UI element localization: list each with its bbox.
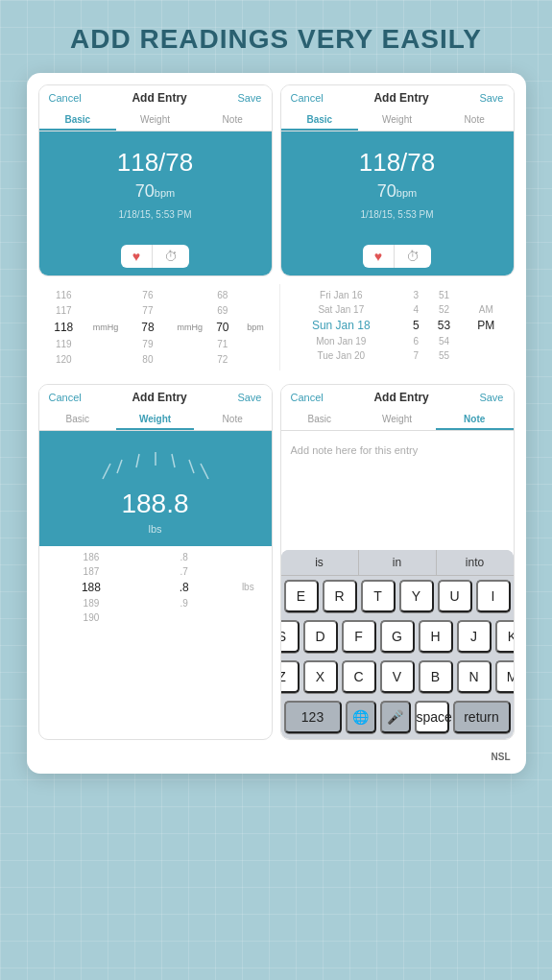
panel4-tabs: Basic Weight Note xyxy=(281,410,514,431)
panel3-save[interactable]: Save xyxy=(237,392,261,403)
key-123[interactable]: 123 xyxy=(284,701,342,733)
key-i[interactable]: I xyxy=(476,580,511,612)
heart-icon2: ♥ xyxy=(374,249,382,264)
tab3-note[interactable]: Note xyxy=(194,410,272,430)
tab2-basic[interactable]: Basic xyxy=(281,110,359,131)
tab2-note[interactable]: Note xyxy=(436,110,514,131)
tab4-weight[interactable]: Weight xyxy=(358,410,436,430)
panel1-toggle: ♥ ⏱ xyxy=(39,237,272,275)
panel-basic-heart: Cancel Add Entry Save Basic Weight Note … xyxy=(38,84,273,276)
clock-toggle-btn[interactable]: ⏱ xyxy=(153,245,189,268)
panel2-cancel[interactable]: Cancel xyxy=(291,92,324,104)
panel-weight: Cancel Add Entry Save Basic Weight Note xyxy=(38,384,273,740)
key-u[interactable]: U xyxy=(438,580,472,612)
weight-picker-table: 186.8187.7188.8lbs189.9190 xyxy=(39,550,272,625)
clock-toggle-btn2[interactable]: ⏱ xyxy=(395,245,431,268)
panel1-nav: Cancel Add Entry Save xyxy=(39,85,272,110)
svg-line-1 xyxy=(117,460,122,473)
heart-toggle-btn[interactable]: ♥ xyxy=(121,245,153,268)
heart-toggle-btn2[interactable]: ♥ xyxy=(363,245,395,268)
note-body[interactable]: Add note here for this entry xyxy=(281,431,514,546)
tab1-weight[interactable]: Weight xyxy=(116,110,194,131)
mic-key[interactable]: 🎤 xyxy=(380,701,411,733)
panel1-save[interactable]: Save xyxy=(237,92,261,104)
picker-row: 11676681177769118mmHg78mmHg70bpm11979711… xyxy=(38,284,515,370)
key-g[interactable]: G xyxy=(380,620,415,653)
clock-icon: ⏱ xyxy=(164,249,178,264)
panel4-nav: Cancel Add Entry Save xyxy=(281,385,514,410)
date-picker[interactable]: Fri Jan 16351Sat Jan 17452AMSun Jan 1855… xyxy=(279,284,515,370)
key-j[interactable]: J xyxy=(457,620,492,653)
suggestion-is[interactable]: is xyxy=(281,550,359,575)
key-d[interactable]: D xyxy=(303,620,338,653)
clock-icon2: ⏱ xyxy=(406,249,420,264)
key-r[interactable]: R xyxy=(323,580,357,612)
tab3-weight[interactable]: Weight xyxy=(116,410,194,430)
key-m[interactable]: M xyxy=(495,660,514,693)
suggestion-into[interactable]: into xyxy=(437,550,514,575)
panel-note: Cancel Add Entry Save Basic Weight Note … xyxy=(280,384,515,740)
panel2-title: Add Entry xyxy=(373,91,428,105)
svg-line-5 xyxy=(189,460,194,473)
note-placeholder: Add note here for this entry xyxy=(291,444,419,456)
panel2-toggle: ♥ ⏱ xyxy=(281,237,514,275)
panel2-nav: Cancel Add Entry Save xyxy=(281,85,514,110)
tab4-basic[interactable]: Basic xyxy=(281,410,359,430)
panel3-title: Add Entry xyxy=(132,391,186,404)
svg-line-2 xyxy=(136,454,139,467)
tab1-note[interactable]: Note xyxy=(194,110,272,131)
svg-line-6 xyxy=(201,464,208,479)
globe-key[interactable]: 🌐 xyxy=(346,701,376,733)
svg-line-4 xyxy=(172,454,175,467)
key-x[interactable]: X xyxy=(303,660,338,693)
panel1-bp: 118/78 xyxy=(117,148,194,178)
panel1-date: 1/18/15, 5:53 PM xyxy=(118,209,191,220)
key-y[interactable]: Y xyxy=(399,580,434,612)
top-panel-row: Cancel Add Entry Save Basic Weight Note … xyxy=(38,84,515,276)
key-f[interactable]: F xyxy=(342,620,376,653)
keyboard-row-3: ⬆ ZXCVBNM ⌫ xyxy=(281,657,514,697)
panel1-cancel[interactable]: Cancel xyxy=(49,92,82,104)
tab3-basic[interactable]: Basic xyxy=(39,410,117,430)
space-key[interactable]: space xyxy=(415,701,449,733)
key-e[interactable]: E xyxy=(284,580,319,612)
key-h[interactable]: H xyxy=(419,620,453,653)
key-k[interactable]: K xyxy=(495,620,514,653)
keyboard-bottom-row: 123 🌐 🎤 space return xyxy=(281,697,514,739)
keyboard: is in into QWERTYUIOP ASDFGHJKL ⬆ ZXCVBN… xyxy=(281,550,514,739)
panel1-body: 118/78 70bpm 1/18/15, 5:53 PM xyxy=(39,131,272,237)
panel2-tabs: Basic Weight Note xyxy=(281,110,514,131)
tab4-note[interactable]: Note xyxy=(436,410,514,430)
key-n[interactable]: N xyxy=(457,660,492,693)
key-t[interactable]: T xyxy=(361,580,396,612)
key-s[interactable]: S xyxy=(281,620,300,653)
return-key[interactable]: return xyxy=(453,701,511,733)
panel2-save[interactable]: Save xyxy=(479,92,503,104)
date-picker-table: Fri Jan 16351Sat Jan 17452AMSun Jan 1855… xyxy=(280,288,515,363)
bp-picker[interactable]: 11676681177769118mmHg78mmHg70bpm11979711… xyxy=(38,284,273,370)
page-headline: ADD READINGS VERY EASILY xyxy=(70,23,482,56)
svg-line-0 xyxy=(103,464,110,479)
panel4-save[interactable]: Save xyxy=(479,392,503,403)
panel2-date: 1/18/15, 5:53 PM xyxy=(360,209,433,220)
panel2-bp: 118/78 xyxy=(359,148,436,178)
panel3-tabs: Basic Weight Note xyxy=(39,410,272,431)
panel3-cancel[interactable]: Cancel xyxy=(49,392,82,403)
weight-value: 188.8 xyxy=(121,489,188,519)
tab1-basic[interactable]: Basic xyxy=(39,110,117,131)
main-card: Cancel Add Entry Save Basic Weight Note … xyxy=(27,73,526,774)
panel1-bpm: 70bpm xyxy=(135,181,175,202)
key-v[interactable]: V xyxy=(380,660,415,693)
tab2-weight[interactable]: Weight xyxy=(358,110,436,131)
weight-picker[interactable]: 186.8187.7188.8lbs189.9190 xyxy=(39,546,272,629)
heart-icon: ♥ xyxy=(132,249,140,264)
scale-arc-svg xyxy=(93,442,218,483)
panel4-cancel[interactable]: Cancel xyxy=(291,392,324,403)
suggestion-in[interactable]: in xyxy=(359,550,437,575)
panel-basic-clock: Cancel Add Entry Save Basic Weight Note … xyxy=(280,84,515,276)
key-c[interactable]: C xyxy=(342,660,376,693)
weight-unit: lbs xyxy=(148,523,161,535)
key-b[interactable]: B xyxy=(419,660,453,693)
nsl-watermark: NSL xyxy=(38,748,515,762)
key-z[interactable]: Z xyxy=(281,660,300,693)
